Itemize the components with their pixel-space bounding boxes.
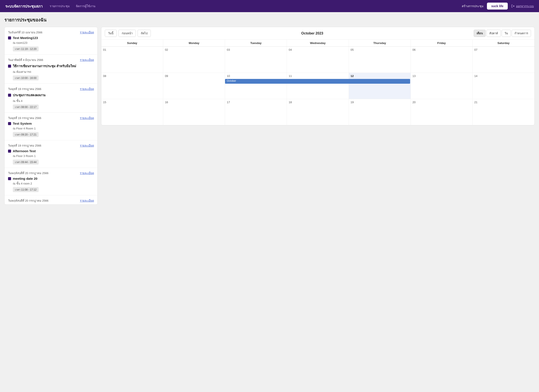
- cal-day-cell[interactable]: 08: [101, 73, 163, 99]
- meeting-color-dot: [8, 177, 11, 180]
- calendar-week-row: 01 02 03 04 05 06 07: [101, 47, 534, 73]
- cal-day-cell[interactable]: 15: [101, 99, 163, 125]
- meeting-title: วิธีการเขียนรายงานการประชุม สำหรับมือใหม…: [13, 64, 76, 69]
- day-number: 17: [227, 101, 230, 104]
- calendar-panel: วันนี้ ก่อนหน้า ถัดไป October 2023 เดือน…: [101, 27, 535, 125]
- day-number: 19: [351, 101, 354, 104]
- user-profile-button[interactable]: suck life: [487, 3, 508, 9]
- cal-day-cell[interactable]: 14: [473, 73, 534, 99]
- cal-day-cell[interactable]: 11: [287, 73, 349, 99]
- col-header-sunday: Sunday: [101, 40, 163, 46]
- meeting-room: ณ ชั้น 4 room 2: [13, 181, 94, 186]
- cal-day-cell[interactable]: 04: [287, 47, 349, 73]
- meeting-time-badge: เวลา 10:00 - 16:00: [13, 76, 39, 80]
- navbar-brand: ระบบจัดการประชุมสภา: [5, 3, 43, 9]
- day-number: 13: [413, 74, 415, 78]
- meeting-date: วันพุธที่ 19 กรกฎาคม 2566: [8, 87, 41, 91]
- view-agenda-button[interactable]: กำหนดการ: [512, 30, 531, 37]
- meeting-detail-link[interactable]: รายละเอียด: [80, 58, 94, 62]
- day-number-today: 12: [351, 74, 354, 78]
- list-item: วันพุธที่ 19 กรกฎาคม 2566 รายละเอียด Tes…: [5, 113, 97, 140]
- day-number: 21: [474, 101, 477, 104]
- meeting-detail-link[interactable]: รายละเอียด: [80, 30, 94, 35]
- col-header-tuesday: Tuesday: [225, 40, 287, 46]
- day-number: 03: [227, 48, 230, 51]
- meeting-header: วันพุธที่ 19 กรกฎาคม 2566 รายละเอียด: [8, 116, 94, 120]
- cal-day-cell[interactable]: 05: [349, 47, 411, 73]
- day-number: 20: [413, 101, 415, 104]
- next-button[interactable]: ถัดไป: [138, 30, 151, 37]
- page-title: รายการประชุมของฉัน: [4, 16, 535, 24]
- prev-button[interactable]: ก่อนหน้า: [119, 30, 136, 37]
- meeting-header: วันพฤหัสบดีที่ 20 กรกฎาคม 2566 รายละเอีย…: [8, 171, 94, 175]
- cal-day-cell[interactable]: 16: [163, 99, 225, 125]
- day-number: 04: [289, 48, 292, 51]
- calendar-event-bar[interactable]: October: [225, 79, 410, 84]
- meeting-title-row: Afternoon Test: [8, 149, 94, 153]
- calendar-week-row: 08 09 10 October 11 12 13 14: [101, 73, 534, 99]
- meeting-title: Test Meeting123: [13, 36, 38, 40]
- meeting-time-badge: เวลา 08:00 - 22:17: [13, 104, 39, 109]
- list-item: วันพุธที่ 19 กรกฎาคม 2566 รายละเอียด ประ…: [5, 84, 97, 113]
- content-row: วันจันทร์ที่ 10 เมษายน 2566 รายละเอียด T…: [4, 27, 535, 205]
- meeting-detail-link[interactable]: รายละเอียด: [80, 171, 94, 175]
- calendar-toolbar: วันนี้ ก่อนหน้า ถัดไป October 2023 เดือน…: [101, 27, 534, 40]
- meeting-time-badge: เวลา 11:08 - 17:12: [13, 187, 39, 192]
- day-number: 16: [165, 101, 168, 104]
- cal-day-cell[interactable]: 03: [225, 47, 287, 73]
- meeting-detail-link[interactable]: รายละเอียด: [80, 87, 94, 91]
- cal-day-cell[interactable]: 19: [349, 99, 411, 125]
- meeting-detail-link[interactable]: รายละเอียด: [80, 198, 94, 203]
- cal-day-cell-today[interactable]: 12: [349, 73, 411, 99]
- day-number: 08: [103, 74, 106, 78]
- meeting-detail-link[interactable]: รายละเอียด: [80, 116, 94, 120]
- col-header-monday: Monday: [163, 40, 225, 46]
- calendar-week-row: 15 16 17 18 19 20 21: [101, 99, 534, 125]
- cal-day-cell[interactable]: 18: [287, 99, 349, 125]
- view-week-button[interactable]: สัปดาห์: [486, 30, 501, 37]
- meeting-header: วันจันทร์ที่ 10 เมษายน 2566 รายละเอียด: [8, 30, 94, 35]
- cal-day-cell[interactable]: 07: [473, 47, 534, 73]
- list-item: วันอาทิตย์ที่ 4 มิถุนายน 2566 รายละเอียด…: [5, 55, 97, 84]
- meeting-date: วันพุธที่ 19 กรกฎาคม 2566: [8, 116, 41, 120]
- col-header-thursday: Thursday: [349, 40, 411, 46]
- list-item: วันพุธที่ 19 กรกฎาคม 2566 รายละเอียด Aft…: [5, 140, 97, 168]
- today-button[interactable]: วันนี้: [105, 30, 117, 37]
- nav-link-meetings[interactable]: รายการประชุม: [50, 4, 70, 9]
- day-number: 10: [227, 74, 230, 78]
- meeting-title: meeting date 20: [13, 177, 37, 180]
- cal-day-cell[interactable]: 01: [101, 47, 163, 73]
- meeting-time-badge: เวลา 11:19 - 12:20: [13, 46, 39, 51]
- navbar: ระบบจัดการประชุมสภา รายการประชุม จัดการผ…: [0, 0, 539, 12]
- cal-day-cell[interactable]: 06: [411, 47, 473, 73]
- day-number: 01: [103, 48, 106, 51]
- meeting-title: Test System: [13, 122, 32, 125]
- cal-day-cell[interactable]: 09: [163, 73, 225, 99]
- cal-day-cell[interactable]: 20: [411, 99, 473, 125]
- cal-day-cell[interactable]: 02: [163, 47, 225, 73]
- view-day-button[interactable]: วัน: [502, 30, 511, 37]
- meeting-color-dot: [8, 36, 11, 39]
- meeting-title: Afternoon Test: [13, 149, 36, 153]
- day-number: 02: [165, 48, 168, 51]
- col-header-saturday: Saturday: [473, 40, 534, 46]
- cal-day-cell[interactable]: 21: [473, 99, 534, 125]
- meeting-time-badge: เวลา 09:44 - 15:44: [13, 160, 39, 165]
- cal-day-cell[interactable]: 10 October: [225, 73, 287, 99]
- cal-day-cell[interactable]: 17: [225, 99, 287, 125]
- day-number: 05: [351, 48, 354, 51]
- navbar-links: รายการประชุม จัดการผู้ใช้งาน: [50, 4, 455, 9]
- calendar-view-group: เดือน สัปดาห์ วัน กำหนดการ: [474, 30, 531, 37]
- nav-link-users[interactable]: จัดการผู้ใช้งาน: [76, 4, 96, 9]
- day-number: 11: [289, 74, 292, 78]
- meeting-list-panel: วันจันทร์ที่ 10 เมษายน 2566 รายละเอียด T…: [4, 27, 98, 205]
- cal-day-cell[interactable]: 13: [411, 73, 473, 99]
- meeting-title: meeting date 20: [13, 204, 37, 205]
- logout-button[interactable]: ออกจากระบบ: [511, 4, 534, 9]
- meeting-title-row: วิธีการเขียนรายงานการประชุม สำหรับมือใหม…: [8, 64, 94, 69]
- list-item: วันพฤหัสบดีที่ 20 กรกฎาคม 2566 รายละเอีย…: [5, 195, 97, 205]
- logout-icon: [511, 4, 515, 8]
- view-month-button[interactable]: เดือน: [474, 30, 486, 37]
- meeting-detail-link[interactable]: รายละเอียด: [80, 143, 94, 148]
- create-meeting-button[interactable]: สร้างการประชุม: [462, 4, 483, 9]
